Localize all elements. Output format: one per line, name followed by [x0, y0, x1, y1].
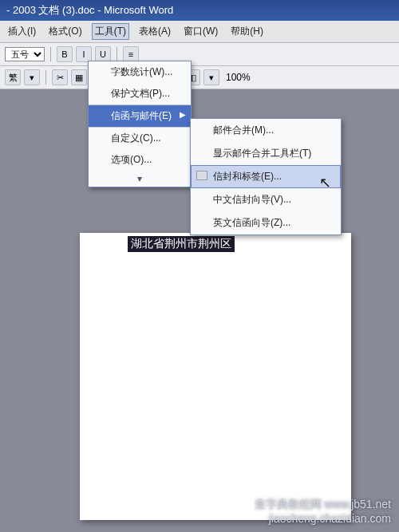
watermark-line2: jiaocheng.chazidian.com: [255, 511, 391, 526]
submenu-english-letter[interactable]: 英文信函向导(Z)...: [191, 211, 341, 234]
italic-button[interactable]: I: [76, 46, 92, 62]
tools-dropdown: 字数统计(W)... 保护文档(P)... 信函与邮件(E) ▶ 自定义(C).…: [88, 61, 192, 187]
submenu-chinese-envelope[interactable]: 中文信封向导(V)...: [191, 188, 341, 211]
menu-letters-mail-label: 信函与邮件(E): [111, 110, 172, 121]
toolbar-button[interactable]: ▾: [203, 69, 219, 85]
toolbar-separator: [45, 70, 46, 85]
watermark: 查字典教程网 www.jb51.net jiaocheng.chazidian.…: [255, 497, 391, 526]
submenu-arrow-icon: ▶: [180, 110, 186, 119]
submenu-show-toolbar[interactable]: 显示邮件合并工具栏(T): [191, 142, 341, 165]
bold-button[interactable]: B: [57, 46, 73, 62]
document-page[interactable]: 湖北省荆州市荆州区: [80, 233, 351, 520]
toolbar-button[interactable]: ▾: [24, 69, 40, 85]
zoom-display[interactable]: 100%: [226, 72, 251, 83]
formatting-toolbar: 五号 B I U ≡: [0, 43, 399, 66]
watermark-line1: 查字典教程网 www.jb51.net: [255, 497, 391, 511]
menu-table[interactable]: 表格(A): [136, 23, 174, 40]
expand-menu-icon[interactable]: ▾: [89, 171, 191, 187]
menu-protect-document[interactable]: 保护文档(P)...: [89, 83, 191, 105]
menu-bar: 插入(I) 格式(O) 工具(T) 表格(A) 窗口(W) 帮助(H): [0, 21, 399, 43]
menu-insert[interactable]: 插入(I): [5, 23, 39, 40]
envelope-icon: [196, 171, 207, 180]
toolbar-separator: [117, 47, 117, 61]
copy-button[interactable]: ▦: [71, 69, 87, 85]
trad-simp-button[interactable]: 繁: [5, 69, 21, 85]
underline-button[interactable]: U: [95, 46, 111, 62]
submenu-mail-merge[interactable]: 邮件合并(M)...: [191, 119, 341, 142]
submenu-envelopes-labels-label: 信封和标签(E)...: [213, 171, 282, 182]
standard-toolbar: 繁 ▾ ✂ ▦ ▦ ▤ ▥ ≡ ◧ ▾ 100%: [0, 66, 399, 89]
menu-letters-mail[interactable]: 信函与邮件(E) ▶: [89, 105, 191, 128]
menu-word-count[interactable]: 字数统计(W)...: [89, 61, 191, 83]
menu-format[interactable]: 格式(O): [45, 23, 85, 40]
menu-window[interactable]: 窗口(W): [180, 23, 221, 40]
letters-mail-submenu: 邮件合并(M)... 显示邮件合并工具栏(T) 信封和标签(E)... 中文信封…: [190, 118, 342, 235]
menu-tools[interactable]: 工具(T): [92, 23, 129, 40]
font-size-combo[interactable]: 五号: [5, 47, 45, 61]
menu-help[interactable]: 帮助(H): [227, 23, 267, 40]
cut-button[interactable]: ✂: [52, 69, 68, 85]
submenu-envelopes-labels[interactable]: 信封和标签(E)...: [191, 165, 341, 188]
menu-customize[interactable]: 自定义(C)...: [89, 128, 191, 149]
align-button[interactable]: ≡: [123, 46, 139, 62]
toolbar-separator: [50, 47, 51, 61]
window-title: - 2003 文档 (3).doc - Microsoft Word: [6, 4, 173, 16]
window-titlebar: - 2003 文档 (3).doc - Microsoft Word: [0, 0, 399, 21]
menu-options[interactable]: 选项(O)...: [89, 149, 191, 171]
selected-text[interactable]: 湖北省荆州市荆州区: [128, 236, 235, 252]
